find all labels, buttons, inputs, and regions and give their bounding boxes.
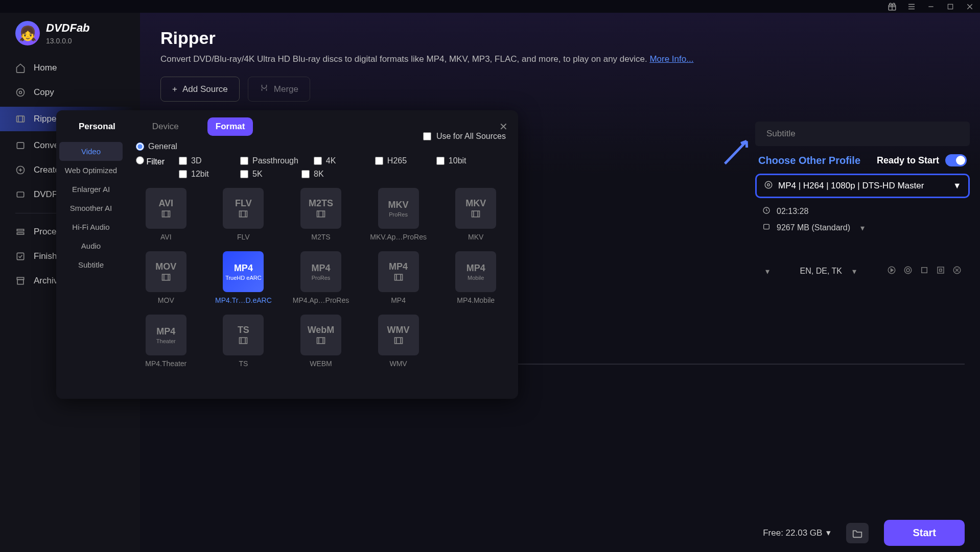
format-icon: MP4TrueHD eARC — [223, 251, 264, 292]
format-item-webm[interactable]: WebMWEBM — [291, 315, 351, 368]
svg-point-53 — [904, 267, 912, 274]
subtitle-field[interactable]: Subtitle — [755, 122, 970, 146]
svg-rect-36 — [394, 274, 402, 280]
format-icon: MP4ProRes — [300, 251, 341, 292]
app-version: 13.0.0.0 — [46, 37, 90, 45]
profile-selector[interactable]: MP4 | H264 | 1080p | DTS-HD Master ▼ ✕ — [755, 174, 970, 198]
format-icon: MP4 — [378, 251, 419, 292]
merge-button[interactable]: Merge — [248, 77, 310, 102]
format-label: MKV.Ap…ProRes — [370, 233, 427, 241]
filter-10bit[interactable]: 10bit — [436, 156, 482, 165]
filter-5k[interactable]: 5K — [240, 170, 286, 179]
choose-profile-link[interactable]: Choose Other Profile — [758, 155, 860, 166]
format-item-wmv[interactable]: WMVWMV — [368, 315, 429, 368]
format-icon: MP4Theater — [146, 315, 186, 355]
gift-icon[interactable] — [887, 2, 897, 12]
radio-filter[interactable]: Filter — [136, 156, 165, 166]
svg-rect-20 — [17, 280, 24, 284]
format-icon: TS — [223, 315, 264, 355]
sidebar-item-home[interactable]: Home — [0, 56, 140, 80]
ready-label: Ready to Start — [877, 155, 939, 166]
format-label: TS — [239, 359, 248, 368]
audio-langs-value[interactable]: EN, DE, TK — [800, 267, 842, 276]
format-label: MP4.Mobile — [457, 296, 495, 304]
filter-3d[interactable]: 3D — [179, 156, 225, 165]
popup-side-weboptimized[interactable]: Web Optimized — [56, 161, 126, 180]
play-icon[interactable] — [887, 266, 896, 277]
format-label: AVI — [160, 233, 172, 241]
size-row[interactable]: 9267 MB (Standard) ▾ — [755, 220, 970, 236]
chevron-down-icon[interactable]: ▾ — [852, 267, 856, 276]
tab-format[interactable]: Format — [207, 117, 253, 136]
sidebar-item-copy[interactable]: Copy — [0, 80, 140, 105]
popup-side-subtitle[interactable]: Subtitle — [56, 255, 126, 274]
chevron-down-icon: ▾ — [826, 527, 831, 538]
expand-icon[interactable] — [936, 266, 945, 277]
use-all-check[interactable] — [423, 132, 431, 140]
more-info-link[interactable]: More Info... — [649, 54, 693, 64]
format-label: FLV — [237, 233, 250, 241]
format-item-mkv[interactable]: MKVMKV — [446, 188, 506, 241]
chevron-down-icon: ▼ — [953, 181, 961, 190]
filter-4k[interactable]: 4K — [314, 156, 360, 165]
bottom-bar: Free: 22.03 GB ▾ Start — [763, 520, 965, 546]
sidebar-item-label: Ripper — [34, 114, 59, 124]
svg-rect-42 — [317, 338, 324, 344]
chevron-down-icon[interactable]: ▾ — [765, 267, 769, 276]
svg-point-49 — [767, 184, 770, 186]
filter-h265[interactable]: H265 — [375, 156, 421, 165]
format-item-m2ts[interactable]: M2TSM2TS — [291, 188, 351, 241]
popup-side-video[interactable]: Video — [59, 142, 123, 161]
target-icon[interactable] — [903, 266, 913, 277]
format-item-flv[interactable]: FLVFLV — [214, 188, 274, 241]
start-button[interactable]: Start — [884, 520, 965, 546]
free-space-label[interactable]: Free: 22.03 GB ▾ — [763, 527, 831, 538]
popup-side-smoother[interactable]: Smoother AI — [56, 199, 126, 218]
use-for-all-checkbox[interactable]: Use for All Sources — [423, 132, 506, 141]
popup-close-icon[interactable]: ✕ — [499, 121, 508, 133]
format-label: M2TS — [311, 233, 330, 241]
sidebar-item-label: Proce — [34, 227, 56, 237]
ripper-icon — [15, 114, 26, 124]
format-icon: WMV — [378, 315, 419, 355]
sidebar-item-label: Finish — [34, 251, 57, 261]
format-label: MOV — [158, 296, 174, 304]
svg-point-48 — [765, 181, 772, 188]
filter-8k[interactable]: 8K — [301, 170, 347, 179]
radio-general[interactable]: General — [136, 142, 177, 151]
tab-device[interactable]: Device — [144, 117, 187, 136]
duration-row: 02:13:28 — [755, 203, 970, 220]
svg-point-54 — [906, 269, 909, 272]
format-item-avi[interactable]: AVIAVI — [136, 188, 196, 241]
format-item-mp4approres[interactable]: MP4ProResMP4.Ap…ProRes — [291, 251, 351, 304]
format-item-mkvapprores[interactable]: MKVProResMKV.Ap…ProRes — [368, 188, 429, 241]
filter-passthrough[interactable]: Passthrough — [240, 156, 298, 165]
folder-button[interactable] — [846, 523, 869, 543]
format-icon: FLV — [223, 188, 264, 229]
format-item-mp4theater[interactable]: MP4TheaterMP4.Theater — [136, 315, 196, 368]
svg-rect-55 — [922, 268, 927, 273]
crop-icon[interactable] — [920, 266, 929, 277]
format-item-mov[interactable]: MOVMOV — [136, 251, 196, 304]
format-item-mp4[interactable]: MP4MP4 — [368, 251, 429, 304]
popup-side-enlarger[interactable]: Enlarger AI — [56, 180, 126, 199]
close-icon[interactable] — [965, 2, 975, 12]
minimize-icon[interactable] — [926, 2, 936, 12]
format-item-mp4trdearc[interactable]: MP4TrueHD eARCMP4.Tr…D.eARC — [214, 251, 274, 304]
add-source-button[interactable]: + Add Source — [160, 77, 240, 102]
format-item-ts[interactable]: TSTS — [214, 315, 274, 368]
format-icon: WebM — [300, 315, 341, 355]
tab-personal[interactable]: Personal — [71, 117, 124, 136]
filter-12bit[interactable]: 12bit — [179, 170, 225, 179]
page-description: Convert DVD/Blu-ray/4K Ultra HD Blu-ray … — [160, 54, 960, 64]
ready-toggle[interactable] — [945, 154, 967, 166]
format-item-mp4mobile[interactable]: MP4MobileMP4.Mobile — [446, 251, 506, 304]
popup-side-hifi[interactable]: Hi-Fi Audio — [56, 218, 126, 236]
format-label: MP4.Ap…ProRes — [293, 296, 349, 304]
menu-icon[interactable] — [906, 2, 917, 12]
format-label: MP4.Tr…D.eARC — [215, 296, 272, 304]
sidebar-item-label: Archiv — [34, 276, 58, 286]
popup-side-audio[interactable]: Audio — [56, 236, 126, 255]
maximize-icon[interactable] — [945, 2, 955, 12]
cancel-icon[interactable] — [952, 266, 962, 277]
